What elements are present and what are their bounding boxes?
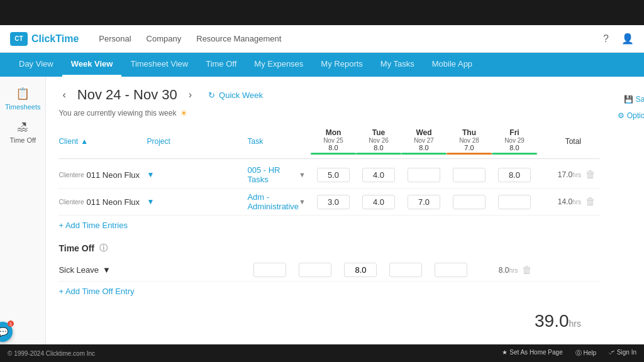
nav-company[interactable]: Company [147,34,182,43]
timeoff-wed-1: 8.0 [338,263,383,277]
tab-reports[interactable]: My Reports [312,53,371,77]
add-time-entries-row[interactable]: + Add Time Entries [58,216,600,235]
thu-input-2[interactable] [453,195,486,209]
logo-icon: CT [10,32,28,46]
tab-week-view[interactable]: Week View [62,53,122,77]
mon-input-1[interactable]: 5.0 [317,168,350,182]
col-header-client[interactable]: Client ▲ [58,137,147,146]
timeoff-mon-input-1[interactable] [253,263,286,277]
sidebar-item-timeoff[interactable]: 🏖 Time Off [5,121,40,144]
nav-resource[interactable]: Resource Management [196,34,281,43]
day-hours-wed: 8.0 [401,144,447,151]
main-nav: Personal Company Resource Management [99,34,281,43]
add-time-off-entry-row[interactable]: + Add Time Off Entry [58,282,600,301]
save-button[interactable]: 💾 Save [620,93,644,106]
timeoff-thu-input-1[interactable] [389,263,422,277]
viewing-notice: You are currently viewing this week ☀ [58,108,600,118]
logo: CT ClickTime [10,32,79,46]
day-header-mon: Mon Nov 25 8.0 [311,128,356,155]
help-icon[interactable]: ? [603,33,609,45]
project-dropdown-icon-1[interactable]: ▼ [147,170,154,179]
project-header-label: Project [147,137,170,146]
timeoff-tue-input-1[interactable] [299,263,331,277]
day-header-wed: Wed Nov 27 8.0 [401,128,447,155]
delete-timeoff-1-button[interactable]: 🗑 [522,265,532,276]
fri-input-2[interactable] [498,195,531,209]
day-date-thu: Nov 28 [447,137,492,144]
content-area: ‹ Nov 24 - Nov 30 › ↻ Quick Week You are… [46,77,644,344]
timeoff-dropdown-icon[interactable]: ▼ [103,265,111,275]
total-header-label: Total [565,137,581,146]
next-week-button[interactable]: › [185,88,196,102]
entry-thu-1 [447,168,492,182]
day-date-mon: Nov 25 [311,137,356,144]
entry-client-1: Clientere 011 Neon Flux [58,170,147,180]
prev-week-button[interactable]: ‹ [58,88,69,102]
task-dropdown-icon-2[interactable]: ▼ [299,198,306,206]
tue-input-1[interactable]: 4.0 [362,168,395,182]
nav-personal[interactable]: Personal [99,34,131,43]
wed-input-2[interactable]: 7.0 [408,195,440,209]
sign-in-link[interactable]: ⍻ Sign In [609,349,636,358]
entry-project-2: ▼ [147,197,247,206]
task-name-2: Adm - Administrative [247,192,299,211]
col-header-project[interactable]: Project [147,137,247,146]
table-row: Clientere 011 Neon Flux ▼ Adm - Administ… [58,189,600,216]
fri-input-1[interactable]: 8.0 [498,168,531,182]
entry-wed-1 [401,168,447,182]
day-bar-wed [401,153,447,155]
sun-icon: ☀ [180,108,188,118]
total-unit-1: hrs [572,172,581,178]
day-header-fri: Fri Nov 29 8.0 [492,128,537,155]
timeoff-wed-input-1[interactable]: 8.0 [344,263,377,277]
day-date-wed: Nov 27 [401,137,447,144]
viewing-text: You are currently viewing this week [58,109,176,118]
mon-input-2[interactable]: 3.0 [317,195,350,209]
task-dropdown-icon-1[interactable]: ▼ [299,171,306,178]
tue-input-2[interactable]: 4.0 [362,195,395,209]
tab-timesheet-view[interactable]: Timesheet View [121,53,197,77]
timeoff-total-unit-1: hrs [509,267,518,274]
entry-mon-1: 5.0 [311,168,356,182]
client-value-1: 011 Neon Flux [86,170,140,180]
header: CT ClickTime Personal Company Resource M… [0,25,644,53]
quick-week-button[interactable]: ↻ Quick Week [208,90,263,100]
tab-expenses[interactable]: My Expenses [245,53,312,77]
wed-input-1[interactable] [408,168,440,182]
tab-mobile[interactable]: Mobile App [423,53,481,77]
total-value-2: 14.0 [558,197,572,206]
entry-tue-1: 4.0 [356,168,401,182]
sidebar-item-timesheets[interactable]: 📋 Timesheets [5,87,40,111]
tab-day-view[interactable]: Day View [10,53,62,77]
day-name-tue: Tue [356,128,401,137]
notification-dot: 1 [8,321,14,327]
options-button[interactable]: ⚙ Options [614,109,644,122]
total-unit-2: hrs [572,199,581,206]
day-name-mon: Mon [311,128,356,137]
timeoff-section-label: Time Off [58,243,94,253]
content-main: ‹ Nov 24 - Nov 30 › ↻ Quick Week You are… [58,87,600,331]
tab-tasks[interactable]: My Tasks [372,53,423,77]
tab-time-off[interactable]: Time Off [197,53,245,77]
col-header-task[interactable]: Task [247,137,311,146]
timeoff-fri-input-1[interactable] [435,263,467,277]
project-dropdown-icon-2[interactable]: ▼ [147,197,154,206]
user-icon[interactable]: 👤 [621,33,634,45]
day-date-tue: Nov 26 [356,137,401,144]
timeoff-icon: 🏖 [17,121,28,134]
thu-input-1[interactable] [453,168,486,182]
day-bar-fri [492,153,537,155]
table-row: Clientere 011 Neon Flux ▼ 005 - HR Tasks… [58,162,600,189]
entry-project-1: ▼ [147,170,247,179]
delete-entry-2-button[interactable]: 🗑 [586,196,596,207]
delete-entry-1-button[interactable]: 🗑 [586,169,596,180]
set-home-link[interactable]: ★ Set As Home Page [502,349,562,358]
timeoff-info-icon[interactable]: ⓘ [99,243,108,254]
entry-action-1: 🗑 [581,169,600,180]
table-header-row: Client ▲ Project Task Mon Nov 25 8.0 [58,128,600,159]
help-link[interactable]: ⓪ Help [575,349,596,358]
timesheets-icon: 📋 [16,87,30,101]
entry-mon-2: 3.0 [311,195,356,209]
add-time-off-entry-label: + Add Time Off Entry [58,287,134,296]
day-bar-tue [356,153,401,155]
